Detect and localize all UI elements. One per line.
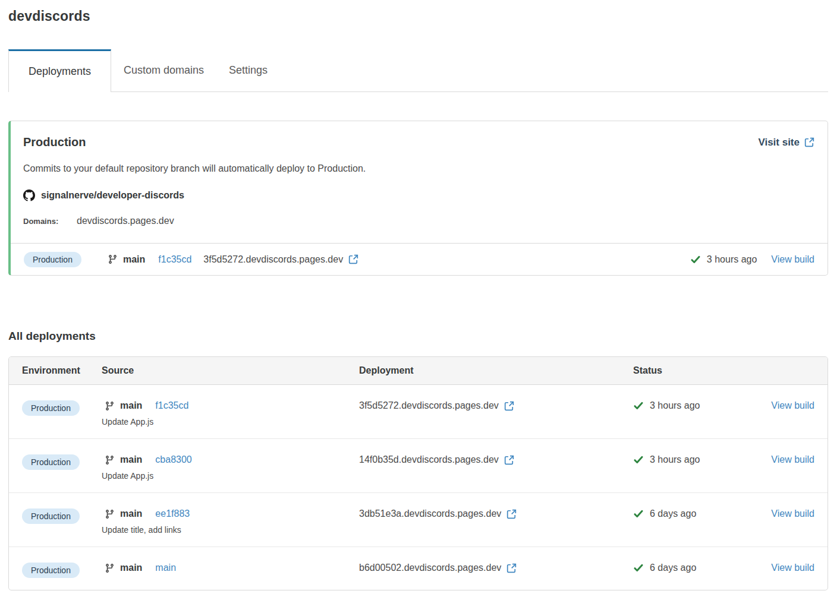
production-card: Production Visit site Commits to your de…: [8, 121, 828, 276]
commit-message: Update App.js: [102, 471, 359, 481]
column-header-source: Source: [102, 365, 359, 376]
deployment-url: 3f5d5272.devdiscords.pages.dev: [359, 400, 499, 411]
deployment-status: 3 hours ago: [633, 400, 763, 411]
git-branch-icon: [105, 401, 115, 411]
commit-link[interactable]: f1c35cd: [155, 400, 188, 411]
external-link-icon: [504, 401, 514, 411]
view-build-link[interactable]: View build: [771, 508, 814, 519]
external-link-icon: [504, 455, 514, 465]
commit-link[interactable]: main: [155, 563, 176, 573]
deployment-status: 6 days ago: [633, 508, 763, 519]
table-row: Production main f1c35cd Update App.js 3f…: [9, 385, 828, 439]
deployment-url: 14f0b35d.devdiscords.pages.dev: [359, 454, 499, 465]
check-icon: [633, 508, 644, 519]
environment-badge: Production: [24, 252, 81, 267]
branch-group: main: [108, 254, 145, 265]
status-time: 3 hours ago: [650, 400, 700, 411]
domains-label: Domains:: [23, 217, 64, 226]
commit-link[interactable]: cba8300: [155, 454, 191, 465]
domains-row: Domains: devdiscords.pages.dev: [23, 216, 814, 226]
status-time: 6 days ago: [650, 563, 696, 573]
table-row: Production main main b6d00502.devdiscord…: [9, 547, 828, 590]
deployment-status: 3 hours ago: [633, 454, 763, 465]
tab-settings[interactable]: Settings: [216, 49, 280, 91]
status-time: 6 days ago: [650, 508, 696, 519]
visit-site-link[interactable]: Visit site: [758, 137, 814, 149]
view-build-link[interactable]: View build: [771, 563, 814, 573]
production-deployment-row: Production main f1c35cd 3f5d5272.devdisc…: [11, 243, 828, 275]
domains-value: devdiscords.pages.dev: [77, 216, 174, 226]
deployment-url-link[interactable]: b6d00502.devdiscords.pages.dev: [359, 563, 517, 573]
git-branch-icon: [105, 455, 115, 465]
commit-link[interactable]: f1c35cd: [158, 254, 191, 265]
column-header-deployment: Deployment: [359, 365, 633, 376]
deployment-status: 3 hours ago: [690, 254, 757, 265]
environment-badge: Production: [22, 400, 80, 416]
view-build-link[interactable]: View build: [771, 400, 814, 410]
all-deployments-title: All deployments: [8, 330, 828, 343]
deployment-url-link[interactable]: 3f5d5272.devdiscords.pages.dev: [359, 400, 514, 411]
check-icon: [633, 454, 644, 465]
git-branch-icon: [105, 563, 115, 573]
deployment-status: 6 days ago: [633, 563, 763, 573]
check-icon: [690, 254, 701, 265]
tab-settings-label: Settings: [229, 64, 268, 77]
deployments-table: Environment Source Deployment Status Pro…: [8, 356, 828, 590]
deployment-url: 3db51e3a.devdiscords.pages.dev: [359, 508, 501, 519]
production-description: Commits to your default repository branc…: [23, 163, 814, 174]
status-time: 3 hours ago: [707, 254, 757, 265]
check-icon: [633, 400, 644, 411]
view-build-link[interactable]: View build: [771, 254, 814, 265]
environment-badge: Production: [22, 508, 80, 524]
git-branch-icon: [108, 254, 118, 264]
view-build-link[interactable]: View build: [771, 454, 814, 465]
column-header-environment: Environment: [22, 365, 102, 376]
tab-custom-domains-label: Custom domains: [124, 64, 204, 77]
table-row: Production main cba8300 Update App.js 14…: [9, 439, 828, 493]
deployment-url-link[interactable]: 3f5d5272.devdiscords.pages.dev: [203, 254, 358, 265]
page-title: devdiscords: [8, 8, 828, 24]
tab-bar: Deployments Custom domains Settings: [8, 49, 828, 92]
status-time: 3 hours ago: [650, 454, 700, 465]
external-link-icon: [804, 137, 814, 147]
deployment-url: b6d00502.devdiscords.pages.dev: [359, 563, 501, 573]
tab-deployments-label: Deployments: [29, 65, 91, 78]
table-row: Production main ee1f883 Update title, ad…: [9, 493, 828, 547]
external-link-icon: [506, 509, 517, 519]
deployment-url-link[interactable]: 3db51e3a.devdiscords.pages.dev: [359, 508, 517, 519]
table-header: Environment Source Deployment Status: [9, 357, 828, 385]
environment-badge: Production: [22, 563, 80, 578]
branch-name: main: [120, 508, 142, 519]
page: devdiscords Deployments Custom domains S…: [0, 0, 840, 608]
external-link-icon: [348, 254, 358, 264]
repository-link[interactable]: signalnerve/developer-discords: [23, 189, 814, 201]
github-icon: [23, 189, 35, 201]
git-branch-icon: [105, 509, 115, 519]
external-link-icon: [506, 563, 517, 573]
commit-message: Update App.js: [102, 417, 359, 427]
environment-badge: Production: [22, 454, 80, 470]
tab-deployments[interactable]: Deployments: [8, 49, 111, 92]
commit-link[interactable]: ee1f883: [155, 508, 190, 519]
branch-name: main: [120, 454, 142, 465]
production-card-title: Production: [23, 135, 86, 149]
check-icon: [633, 563, 644, 573]
deployment-url: 3f5d5272.devdiscords.pages.dev: [203, 254, 343, 265]
branch-name: main: [120, 400, 142, 411]
deployment-url-link[interactable]: 14f0b35d.devdiscords.pages.dev: [359, 454, 514, 465]
tab-custom-domains[interactable]: Custom domains: [111, 49, 216, 91]
branch-name: main: [120, 563, 142, 573]
visit-site-label: Visit site: [758, 137, 800, 149]
column-header-status: Status: [633, 365, 763, 376]
repository-name: signalnerve/developer-discords: [41, 190, 184, 201]
branch-name: main: [123, 254, 145, 265]
commit-message: Update title, add links: [102, 525, 359, 535]
